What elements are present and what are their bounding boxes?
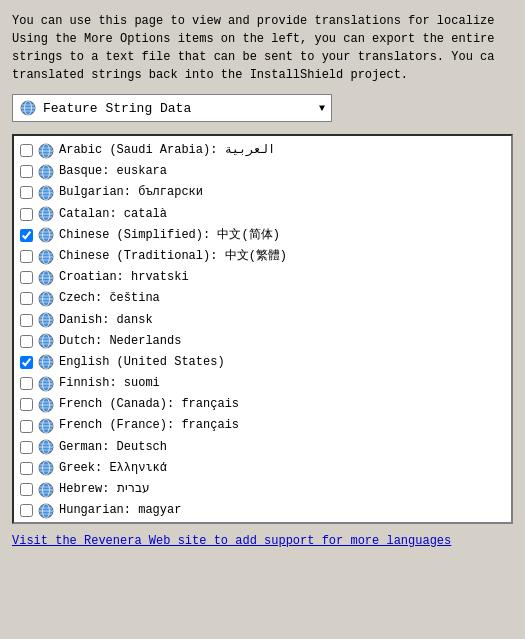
list-item: Indonesian bbox=[16, 521, 509, 524]
list-item: Dutch: Nederlands bbox=[16, 331, 509, 352]
desc-line2: Using the More Options items on the left… bbox=[12, 30, 513, 48]
list-item: Croatian: hrvatski bbox=[16, 267, 509, 288]
language-label: Chinese (Simplified): 中文(简体) bbox=[59, 226, 280, 245]
flag-icon bbox=[37, 165, 55, 178]
list-item: Chinese (Simplified): 中文(简体) bbox=[16, 225, 509, 246]
language-label: Greek: Ελληνικά bbox=[59, 459, 167, 478]
list-item: Bulgarian: български bbox=[16, 182, 509, 203]
list-item: Finnish: suomi bbox=[16, 373, 509, 394]
checkbox-bulgarian[interactable] bbox=[20, 186, 33, 199]
list-item: Catalan: català bbox=[16, 204, 509, 225]
language-label: French (Canada): français bbox=[59, 395, 239, 414]
desc-line3: strings to a text file that can be sent … bbox=[12, 48, 513, 66]
description-block: You can use this page to view and provid… bbox=[12, 12, 513, 84]
language-label: Basque: euskara bbox=[59, 162, 167, 181]
language-label: Arabic (Saudi Arabia): العربية bbox=[59, 141, 275, 160]
list-item: French (Canada): français bbox=[16, 394, 509, 415]
language-label: French (France): français bbox=[59, 416, 239, 435]
flag-icon bbox=[37, 314, 55, 327]
language-label: Hungarian: magyar bbox=[59, 501, 181, 520]
language-label: Indonesian bbox=[59, 522, 131, 524]
checkbox-english-us[interactable] bbox=[20, 356, 33, 369]
flag-icon bbox=[37, 335, 55, 348]
list-item: Chinese (Traditional): 中文(繁體) bbox=[16, 246, 509, 267]
language-label: Danish: dansk bbox=[59, 311, 153, 330]
checkbox-french-canada[interactable] bbox=[20, 398, 33, 411]
flag-icon bbox=[37, 356, 55, 369]
language-label: Hebrew: עברית bbox=[59, 480, 150, 499]
flag-icon bbox=[37, 483, 55, 496]
flag-icon bbox=[37, 420, 55, 433]
language-label: Chinese (Traditional): 中文(繁體) bbox=[59, 247, 287, 266]
checkbox-french-france[interactable] bbox=[20, 420, 33, 433]
checkbox-german[interactable] bbox=[20, 441, 33, 454]
flag-icon bbox=[37, 250, 55, 263]
desc-line1: You can use this page to view and provid… bbox=[12, 12, 513, 30]
list-item: Czech: čeština bbox=[16, 288, 509, 309]
flag-icon bbox=[37, 271, 55, 284]
language-list: Arabic (Saudi Arabia): العربية Basque: e… bbox=[12, 134, 513, 524]
checkbox-arabic[interactable] bbox=[20, 144, 33, 157]
flag-icon bbox=[37, 504, 55, 517]
list-item: Greek: Ελληνικά bbox=[16, 458, 509, 479]
language-label: Czech: čeština bbox=[59, 289, 160, 308]
flag-icon bbox=[37, 462, 55, 475]
list-item: Basque: euskara bbox=[16, 161, 509, 182]
dropdown-arrow-icon: ▼ bbox=[319, 103, 325, 114]
language-label: English (United States) bbox=[59, 353, 225, 372]
flag-icon bbox=[37, 377, 55, 390]
feature-string-dropdown[interactable]: Feature String Data ▼ bbox=[12, 94, 332, 122]
list-item: Hungarian: magyar bbox=[16, 500, 509, 521]
list-item: Danish: dansk bbox=[16, 310, 509, 331]
list-item: German: Deutsch bbox=[16, 437, 509, 458]
flag-icon bbox=[37, 398, 55, 411]
checkbox-basque[interactable] bbox=[20, 165, 33, 178]
checkbox-dutch[interactable] bbox=[20, 335, 33, 348]
checkbox-danish[interactable] bbox=[20, 314, 33, 327]
language-label: Bulgarian: български bbox=[59, 183, 203, 202]
checkbox-hebrew[interactable] bbox=[20, 483, 33, 496]
language-label: Dutch: Nederlands bbox=[59, 332, 181, 351]
flag-icon bbox=[37, 441, 55, 454]
revenera-link[interactable]: Visit the Revenera Web site to add suppo… bbox=[12, 534, 513, 548]
checkbox-czech[interactable] bbox=[20, 292, 33, 305]
checkbox-finnish[interactable] bbox=[20, 377, 33, 390]
checkbox-greek[interactable] bbox=[20, 462, 33, 475]
list-item: Arabic (Saudi Arabia): العربية bbox=[16, 140, 509, 161]
flag-icon bbox=[37, 292, 55, 305]
list-item: English (United States) bbox=[16, 352, 509, 373]
desc-line4: translated strings back into the Install… bbox=[12, 66, 513, 84]
dropdown-globe-icon bbox=[19, 99, 37, 117]
language-label: Croatian: hrvatski bbox=[59, 268, 189, 287]
list-item: Hebrew: עברית bbox=[16, 479, 509, 500]
checkbox-croatian[interactable] bbox=[20, 271, 33, 284]
flag-icon bbox=[37, 186, 55, 199]
flag-icon bbox=[37, 144, 55, 157]
language-label: Finnish: suomi bbox=[59, 374, 160, 393]
language-label: German: Deutsch bbox=[59, 438, 167, 457]
list-item: French (France): français bbox=[16, 415, 509, 436]
checkbox-chinese-simplified[interactable] bbox=[20, 229, 33, 242]
checkbox-hungarian[interactable] bbox=[20, 504, 33, 517]
checkbox-catalan[interactable] bbox=[20, 208, 33, 221]
language-label: Catalan: català bbox=[59, 205, 167, 224]
dropdown-label: Feature String Data bbox=[43, 101, 191, 116]
checkbox-chinese-traditional[interactable] bbox=[20, 250, 33, 263]
dropdown-container: Feature String Data ▼ bbox=[12, 94, 513, 122]
flag-icon bbox=[37, 229, 55, 242]
flag-icon bbox=[37, 208, 55, 221]
